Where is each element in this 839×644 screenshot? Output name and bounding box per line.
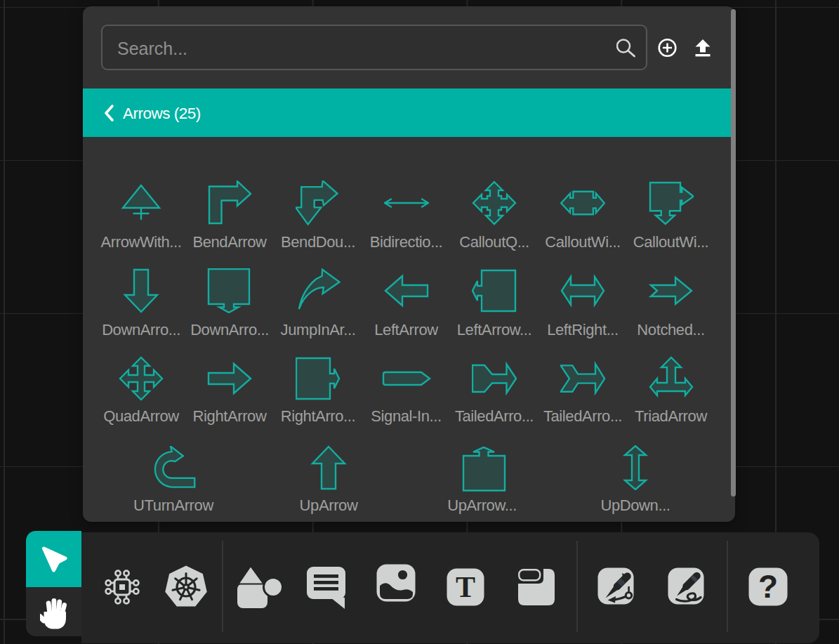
svg-text:?: ?	[758, 568, 778, 605]
svg-text:T: T	[456, 571, 475, 603]
